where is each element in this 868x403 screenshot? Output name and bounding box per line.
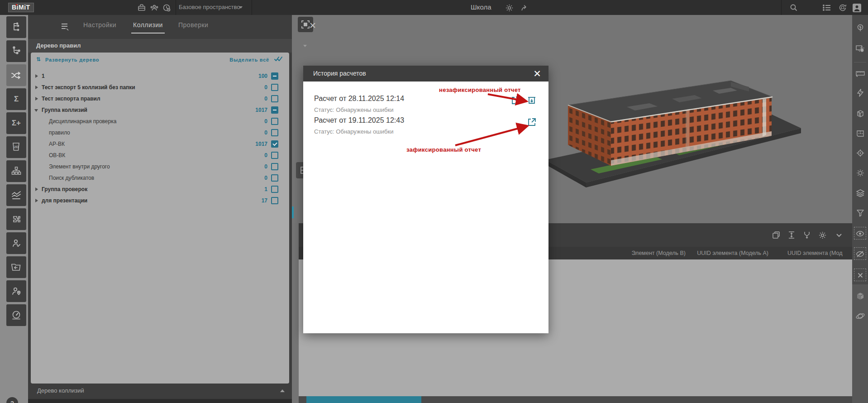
column-uuid-a[interactable]: UUID элемента (Модель A) xyxy=(697,250,768,256)
team-icon[interactable] xyxy=(149,2,160,13)
sheet-2d-icon[interactable]: 2D xyxy=(6,136,26,158)
row-checkbox[interactable] xyxy=(271,84,278,91)
tree-row[interactable]: для презентации17 xyxy=(31,195,289,206)
tab-collisions[interactable]: Коллизии xyxy=(133,21,163,29)
floorplan-icon[interactable] xyxy=(852,126,868,141)
list-icon[interactable] xyxy=(821,2,832,13)
modal-title: История расчетов xyxy=(313,70,366,77)
tree-row[interactable]: 1100 xyxy=(31,71,289,82)
modal-close-icon[interactable]: ✕ xyxy=(531,68,543,80)
select-all-check-icon[interactable] xyxy=(274,56,283,62)
bimit-logo[interactable]: BiMiT xyxy=(8,3,34,12)
history-clock-icon[interactable] xyxy=(161,2,172,13)
tree-row[interactable]: Тест экспорт 5 коллизий без папки0 xyxy=(31,82,289,93)
select-all-link[interactable]: Выделить всё xyxy=(229,57,269,62)
settings-gear-icon[interactable] xyxy=(504,2,515,13)
clash-flash-icon[interactable] xyxy=(852,85,868,101)
sum-add-icon[interactable]: Σ+ xyxy=(6,112,26,134)
row-checkbox[interactable] xyxy=(271,152,278,159)
ruler-icon[interactable] xyxy=(852,66,868,81)
row-checkbox[interactable] xyxy=(271,186,278,193)
charts-icon[interactable] xyxy=(6,184,26,206)
layers-icon[interactable] xyxy=(852,185,868,201)
dashboard-gauge-icon[interactable] xyxy=(6,304,26,326)
annotation-unfixed-report: незафиксированный отчет xyxy=(439,86,521,93)
collisions-shuffle-icon[interactable] xyxy=(6,64,26,86)
column-uuid-b[interactable]: UUID элемента (Мод xyxy=(787,250,843,256)
left-icon-rail: Σ Σ+ 2D ? xyxy=(0,15,28,403)
open-report-icon[interactable] xyxy=(510,96,521,106)
workspace-caret-icon[interactable] xyxy=(239,6,243,9)
briefcase-icon[interactable] xyxy=(136,2,147,13)
download-report-icon[interactable] xyxy=(527,96,538,106)
row-checkbox[interactable] xyxy=(271,72,278,80)
hide-eye-off-icon[interactable] xyxy=(852,246,868,262)
tree-row[interactable]: правило0 xyxy=(31,127,289,139)
row-checkbox[interactable] xyxy=(271,106,278,114)
show-eye-icon[interactable] xyxy=(852,226,868,241)
model-tree-icon[interactable] xyxy=(6,16,26,38)
panel-resize-accent[interactable] xyxy=(292,206,294,218)
tree-row[interactable]: Группа проверок1 xyxy=(31,184,289,195)
workspace-select[interactable]: Базовое пространство xyxy=(179,4,240,10)
row-checkbox[interactable] xyxy=(271,129,278,136)
logo-red-dot xyxy=(16,4,17,5)
column-element-b[interactable]: Элемент (Модель B) xyxy=(632,250,686,256)
tree-row[interactable]: Группа коллизий1017 xyxy=(31,105,289,116)
notifications-sync-icon[interactable] xyxy=(837,2,848,13)
structure-icon[interactable] xyxy=(6,160,26,182)
topbar-divider2 xyxy=(252,0,252,15)
person-check-icon[interactable] xyxy=(6,232,26,254)
calc-entry-status: Статус: Обнаружены ошибки xyxy=(314,128,393,135)
section-box-icon[interactable] xyxy=(852,106,868,121)
locate-icon[interactable] xyxy=(852,145,868,161)
row-height-icon[interactable] xyxy=(786,230,797,240)
vegetation-icon[interactable] xyxy=(852,20,868,36)
copy-rows-icon[interactable] xyxy=(771,230,782,240)
clear-selection-icon[interactable] xyxy=(852,268,868,283)
expand-collapse-icon[interactable]: ⇅ xyxy=(36,56,41,62)
collapse-chevron-icon[interactable] xyxy=(834,230,844,240)
row-checkbox[interactable] xyxy=(271,140,278,148)
tab-checks[interactable]: Проверки xyxy=(178,21,208,29)
rules-panel: Настройки Коллизии Проверки ✕ Дерево пра… xyxy=(28,15,292,403)
tree-row[interactable]: Поиск дубликатов0 xyxy=(31,173,289,184)
tree-selector[interactable]: Дерево правил xyxy=(28,39,292,53)
tab-settings[interactable]: Настройки xyxy=(83,21,116,29)
collision-tree-footer[interactable]: Дерево коллизий xyxy=(28,384,292,399)
search-icon[interactable] xyxy=(788,2,799,13)
tree-row[interactable]: Элемент внутри другого0 xyxy=(31,161,289,173)
tree-row[interactable]: Тест экспорта правил0 xyxy=(31,93,289,105)
export-folder-icon[interactable] xyxy=(6,256,26,278)
dependencies-icon[interactable] xyxy=(6,40,26,62)
panel-menu-icon[interactable] xyxy=(61,22,71,31)
tree-row[interactable]: Дисциплинарная проверка0 xyxy=(31,116,289,127)
help-button[interactable]: ? xyxy=(6,397,18,403)
row-checkbox[interactable] xyxy=(271,163,278,170)
open-report-icon[interactable] xyxy=(527,117,538,128)
table-settings-gear-icon[interactable] xyxy=(817,230,828,240)
account-icon[interactable] xyxy=(851,2,862,13)
sum-icon[interactable]: Σ xyxy=(6,88,26,110)
row-checkbox[interactable] xyxy=(271,197,278,204)
select-elements-icon[interactable] xyxy=(852,41,868,57)
model-cube-icon[interactable] xyxy=(852,288,868,304)
light-icon[interactable] xyxy=(852,165,868,181)
merge-columns-icon[interactable] xyxy=(801,230,812,240)
tree-row[interactable]: АР-ВК1017 xyxy=(31,139,289,150)
row-checkbox[interactable] xyxy=(271,174,278,182)
panel-close-icon[interactable]: ✕ xyxy=(308,21,318,31)
bimit-app: BiMiT Базовое пространство Школа xyxy=(0,0,868,403)
person-pin-icon[interactable] xyxy=(6,280,26,302)
row-checkbox[interactable] xyxy=(271,118,278,125)
building-model xyxy=(536,67,808,212)
plugins-puzzle-icon[interactable] xyxy=(6,208,26,230)
orbit-icon[interactable] xyxy=(852,308,868,324)
topbar: BiMiT Базовое пространство Школа xyxy=(0,0,868,15)
row-checkbox[interactable] xyxy=(271,95,278,102)
expand-tree-link[interactable]: Развернуть дерево xyxy=(45,57,99,62)
table-hscroll-thumb[interactable] xyxy=(306,396,421,403)
tree-row[interactable]: ОВ-ВК0 xyxy=(31,150,289,161)
share-icon[interactable] xyxy=(520,2,530,13)
filter-icon[interactable] xyxy=(852,205,868,221)
